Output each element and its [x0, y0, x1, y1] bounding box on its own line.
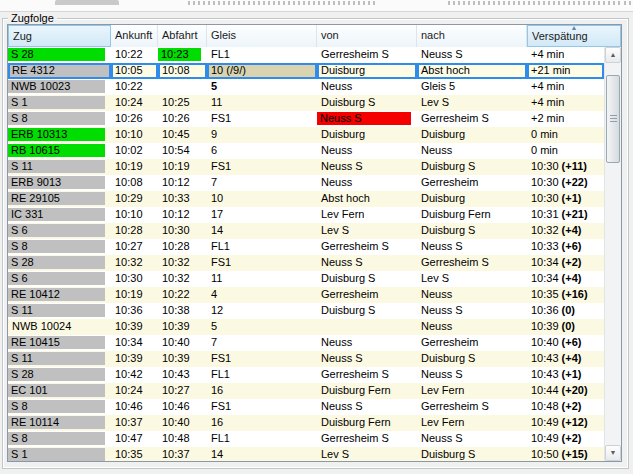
cell-nach[interactable]: Neuss: [417, 319, 527, 335]
cell-nach[interactable]: Lev Fern: [417, 415, 527, 431]
cell-ankunft[interactable]: 10:36: [111, 303, 158, 319]
cell-verspaetung[interactable]: +2 min: [527, 111, 604, 127]
cell-abfahrt[interactable]: 10:25: [158, 95, 207, 111]
cell-abfahrt[interactable]: 10:43: [158, 367, 207, 383]
column-header-abfahrt[interactable]: Abfahrt: [158, 25, 207, 47]
cell-gleis[interactable]: 16: [207, 415, 317, 431]
cell-abfahrt[interactable]: 10:39: [158, 351, 207, 367]
cell-ankunft[interactable]: 10:10: [111, 207, 158, 223]
cell-zug[interactable]: S 28: [8, 47, 111, 63]
cell-ankunft[interactable]: 10:24: [111, 383, 158, 399]
cell-zug[interactable]: IC 331: [8, 207, 111, 223]
table-row[interactable]: S 2810:2210:23FL1Gerresheim SNeuss S+4 m…: [8, 47, 604, 63]
column-header-nach[interactable]: nach: [417, 25, 527, 47]
cell-verspaetung[interactable]: 10:50 (+15): [527, 447, 604, 462]
cell-ankunft[interactable]: 10:02: [111, 143, 158, 159]
cell-verspaetung[interactable]: 10:43 (+4): [527, 351, 604, 367]
cell-abfahrt[interactable]: 10:37: [158, 447, 207, 462]
cell-verspaetung[interactable]: 0 min: [527, 143, 604, 159]
cell-verspaetung[interactable]: 10:33 (+6): [527, 239, 604, 255]
cell-abfahrt[interactable]: 10:46: [158, 399, 207, 415]
cell-von[interactable]: Gerresheim: [317, 287, 417, 303]
cell-zug[interactable]: RE 10114: [8, 415, 111, 431]
cell-ankunft[interactable]: 10:34: [111, 335, 158, 351]
cell-abfahrt[interactable]: 10:22: [158, 287, 207, 303]
table-row[interactable]: S 810:2610:26FS1Neuss SGerresheim S+2 mi…: [8, 111, 604, 127]
cell-abfahrt[interactable]: 10:30: [158, 223, 207, 239]
cell-ankunft[interactable]: 10:32: [111, 255, 158, 271]
table-row[interactable]: S 1110:3910:39FS1Neuss SDuisburg S10:43 …: [8, 351, 604, 367]
cell-nach[interactable]: Gerresheim S: [417, 399, 527, 415]
cell-von[interactable]: Lev Fern: [317, 207, 417, 223]
cell-abfahrt[interactable]: 10:39: [158, 319, 207, 335]
cell-nach[interactable]: Gerresheim S: [417, 111, 527, 127]
cell-ankunft[interactable]: 10:28: [111, 223, 158, 239]
table-row[interactable]: S 810:2710:28FL1Gerresheim SNeuss S10:33…: [8, 239, 604, 255]
cell-zug[interactable]: S 28: [8, 367, 111, 383]
cell-verspaetung[interactable]: 10:30 (+11): [527, 159, 604, 175]
cell-zug[interactable]: S 28: [8, 255, 111, 271]
cell-nach[interactable]: Abst hoch: [417, 63, 527, 79]
cell-verspaetung[interactable]: 10:40 (+6): [527, 335, 604, 351]
column-header-gleis[interactable]: Gleis: [207, 25, 317, 47]
cell-abfahrt[interactable]: 10:32: [158, 255, 207, 271]
cell-ankunft[interactable]: 10:22: [111, 79, 158, 95]
cell-von[interactable]: Duisburg: [317, 127, 417, 143]
cell-gleis[interactable]: 10 (/9/): [207, 63, 317, 79]
cell-gleis[interactable]: FL1: [207, 47, 317, 63]
cell-verspaetung[interactable]: 0 min: [527, 127, 604, 143]
cell-verspaetung[interactable]: 10:32 (+4): [527, 223, 604, 239]
cell-zug[interactable]: RE 29105: [8, 191, 111, 207]
cell-zug[interactable]: S 11: [8, 351, 111, 367]
cell-von[interactable]: Duisburg S: [317, 95, 417, 111]
cell-nach[interactable]: Duisburg S: [417, 447, 527, 462]
cell-von[interactable]: Gerresheim S: [317, 47, 417, 63]
cell-von[interactable]: Neuss S: [317, 111, 417, 127]
cell-von[interactable]: Duisburg S: [317, 303, 417, 319]
cell-verspaetung[interactable]: 10:44 (+20): [527, 383, 604, 399]
cell-gleis[interactable]: FL1: [207, 239, 317, 255]
table-row[interactable]: S 610:3010:3211Duisburg SLev S10:34 (+4): [8, 271, 604, 287]
cell-verspaetung[interactable]: +21 min: [527, 63, 604, 79]
cell-zug[interactable]: ERB 10313: [8, 127, 111, 143]
column-header-zug[interactable]: Zug: [8, 25, 111, 47]
cell-gleis[interactable]: 7: [207, 175, 317, 191]
cell-verspaetung[interactable]: 10:35 (+16): [527, 287, 604, 303]
cell-ankunft[interactable]: 10:39: [111, 351, 158, 367]
cell-gleis[interactable]: FL1: [207, 431, 317, 447]
cell-gleis[interactable]: 14: [207, 447, 317, 462]
cell-gleis[interactable]: FS1: [207, 351, 317, 367]
cell-gleis[interactable]: 11: [207, 271, 317, 287]
cell-von[interactable]: Neuss S: [317, 399, 417, 415]
cell-von[interactable]: Neuss: [317, 143, 417, 159]
cell-verspaetung[interactable]: +4 min: [527, 95, 604, 111]
cell-zug[interactable]: S 1: [8, 95, 111, 111]
cell-gleis[interactable]: 5: [207, 79, 317, 95]
cell-zug[interactable]: RE 4312: [8, 63, 111, 79]
cell-nach[interactable]: Gerresheim: [417, 335, 527, 351]
cell-zug[interactable]: S 11: [8, 303, 111, 319]
table-row[interactable]: ERB 1031310:1010:459DuisburgDuisburg0 mi…: [8, 127, 604, 143]
cell-gleis[interactable]: FS1: [207, 159, 317, 175]
vertical-scrollbar[interactable]: ▲ ▼: [604, 47, 621, 461]
cell-nach[interactable]: Neuss S: [417, 47, 527, 63]
cell-von[interactable]: Gerresheim S: [317, 431, 417, 447]
cell-von[interactable]: Lev S: [317, 223, 417, 239]
cell-abfahrt[interactable]: 10:54: [158, 143, 207, 159]
cell-verspaetung[interactable]: 10:36 (0): [527, 303, 604, 319]
cell-nach[interactable]: Neuss S: [417, 431, 527, 447]
cell-ankunft[interactable]: 10:46: [111, 399, 158, 415]
cell-abfahrt[interactable]: 10:38: [158, 303, 207, 319]
cell-abfahrt[interactable]: 10:32: [158, 271, 207, 287]
cell-von[interactable]: Neuss S: [317, 159, 417, 175]
cell-abfahrt[interactable]: 10:33: [158, 191, 207, 207]
cell-gleis[interactable]: 5: [207, 319, 317, 335]
cell-nach[interactable]: Neuss: [417, 287, 527, 303]
cell-nach[interactable]: Duisburg Fern: [417, 207, 527, 223]
cell-verspaetung[interactable]: 10:49 (+12): [527, 415, 604, 431]
cell-von[interactable]: Neuss: [317, 79, 417, 95]
cell-nach[interactable]: Duisburg S: [417, 223, 527, 239]
column-header-ankunft[interactable]: Ankunft: [111, 25, 158, 47]
cell-abfahrt[interactable]: 10:28: [158, 239, 207, 255]
cell-von[interactable]: Duisburg: [317, 63, 417, 79]
